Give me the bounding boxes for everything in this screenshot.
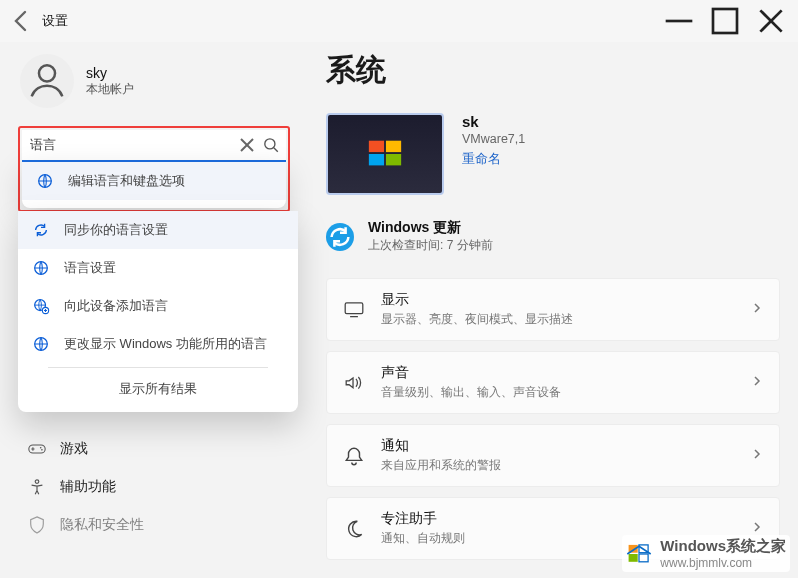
language-icon <box>32 335 50 353</box>
watermark-logo-icon <box>626 541 652 567</box>
show-all-results[interactable]: 显示所有结果 <box>18 370 298 404</box>
sync-icon <box>32 221 50 239</box>
svg-rect-26 <box>629 554 638 562</box>
nav-label: 隐私和安全性 <box>60 516 144 534</box>
profile-name: sky <box>86 65 134 81</box>
search-result-item[interactable]: 向此设备添加语言 <box>18 287 298 325</box>
search-results: 编辑语言和键盘选项 <box>22 162 286 208</box>
search-result-item[interactable]: 更改显示 Windows 功能所用的语言 <box>18 325 298 363</box>
svg-rect-22 <box>345 303 363 314</box>
card-title: 专注助手 <box>381 510 735 528</box>
card-title: 显示 <box>381 291 735 309</box>
rename-link[interactable]: 重命名 <box>462 150 525 168</box>
search-result-label: 向此设备添加语言 <box>64 298 168 315</box>
card-notifications[interactable]: 通知来自应用和系统的警报 <box>326 424 780 487</box>
back-button[interactable] <box>4 3 40 39</box>
search-result-label: 同步你的语言设置 <box>64 222 168 239</box>
card-sound[interactable]: 声音音量级别、输出、输入、声音设备 <box>326 351 780 414</box>
search-box[interactable] <box>22 130 286 162</box>
nav-item-gaming[interactable]: 游戏 <box>18 430 298 468</box>
search-icon[interactable] <box>262 136 280 154</box>
watermark-url: www.bjmmlv.com <box>660 556 786 570</box>
svg-rect-27 <box>639 554 648 562</box>
svg-rect-1 <box>713 9 737 33</box>
sound-icon <box>343 374 365 392</box>
chevron-right-icon <box>751 375 763 390</box>
svg-rect-20 <box>369 154 384 165</box>
search-result-label: 更改显示 Windows 功能所用的语言 <box>64 336 267 353</box>
windows-update-block[interactable]: Windows 更新 上次检查时间: 7 分钟前 <box>326 219 780 254</box>
svg-rect-21 <box>386 154 401 165</box>
update-icon <box>326 223 354 251</box>
accessibility-icon <box>28 478 46 496</box>
card-sub: 音量级别、输出、输入、声音设备 <box>381 384 735 401</box>
avatar-icon <box>20 54 74 108</box>
search-result-item[interactable]: 同步你的语言设置 <box>18 211 298 249</box>
update-subtitle: 上次检查时间: 7 分钟前 <box>368 237 493 254</box>
nav-label: 游戏 <box>60 440 88 458</box>
nav-list: 游戏 辅助功能 隐私和安全性 <box>18 430 298 544</box>
svg-point-4 <box>39 65 55 81</box>
search-result-item[interactable]: 编辑语言和键盘选项 <box>22 162 286 200</box>
search-input[interactable] <box>30 138 232 153</box>
svg-point-16 <box>41 449 43 451</box>
svg-rect-18 <box>369 141 384 152</box>
minimize-button[interactable] <box>656 5 702 37</box>
chevron-right-icon <box>751 302 763 317</box>
watermark: Windows系统之家 www.bjmmlv.com <box>622 535 790 572</box>
svg-point-7 <box>265 139 275 149</box>
nav-label: 辅助功能 <box>60 478 116 496</box>
nav-item-accessibility[interactable]: 辅助功能 <box>18 468 298 506</box>
svg-line-8 <box>274 148 278 152</box>
clear-icon[interactable] <box>238 136 256 154</box>
device-summary: sk VMware7,1 重命名 <box>326 113 780 195</box>
close-button[interactable] <box>748 5 794 37</box>
card-sub: 来自应用和系统的警报 <box>381 457 735 474</box>
device-name: sk <box>462 113 525 130</box>
language-icon <box>32 259 50 277</box>
device-image <box>326 113 444 195</box>
bell-icon <box>343 445 365 467</box>
search-result-item[interactable]: 语言设置 <box>18 249 298 287</box>
svg-point-15 <box>40 447 42 449</box>
main-content: 系统 sk VMware7,1 重命名 Windows 更新 上次检查时间: 7… <box>298 42 780 578</box>
page-title: 系统 <box>326 50 780 91</box>
moon-icon <box>343 518 365 540</box>
profile-subtitle: 本地帐户 <box>86 81 134 98</box>
svg-point-17 <box>35 480 39 484</box>
shield-icon <box>28 516 46 534</box>
add-language-icon <box>32 297 50 315</box>
maximize-button[interactable] <box>702 5 748 37</box>
card-title: 声音 <box>381 364 735 382</box>
language-icon <box>36 172 54 190</box>
monitor-icon <box>343 301 365 319</box>
chevron-right-icon <box>751 448 763 463</box>
update-title: Windows 更新 <box>368 219 493 237</box>
search-results-continued: 同步你的语言设置 语言设置 向此设备添加语言 更改显示 Windows 功能所用… <box>18 211 298 412</box>
search-highlight-region: 编辑语言和键盘选项 <box>18 126 290 212</box>
gamepad-icon <box>28 440 46 458</box>
profile-block[interactable]: sky 本地帐户 <box>18 42 298 126</box>
card-sub: 显示器、亮度、夜间模式、显示描述 <box>381 311 735 328</box>
chevron-right-icon <box>751 521 763 536</box>
watermark-title: Windows系统之家 <box>660 537 786 556</box>
sidebar: sky 本地帐户 编辑语言和键盘选项 <box>18 42 298 578</box>
svg-rect-19 <box>386 141 401 152</box>
search-result-label: 编辑语言和键盘选项 <box>68 173 185 190</box>
card-title: 通知 <box>381 437 735 455</box>
nav-item-privacy[interactable]: 隐私和安全性 <box>18 506 298 544</box>
search-result-label: 语言设置 <box>64 260 116 277</box>
window-title: 设置 <box>42 13 68 30</box>
titlebar: 设置 <box>0 0 798 42</box>
card-display[interactable]: 显示显示器、亮度、夜间模式、显示描述 <box>326 278 780 341</box>
device-model: VMware7,1 <box>462 132 525 146</box>
